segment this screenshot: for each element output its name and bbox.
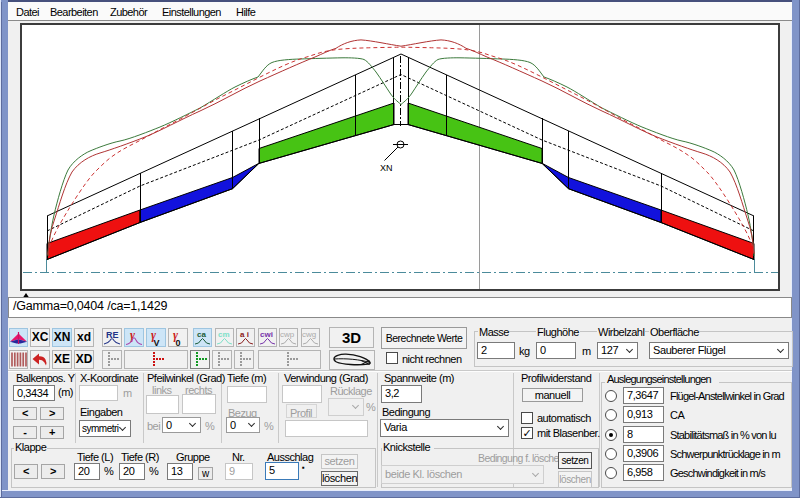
svg-text:cwi: cwi	[260, 330, 273, 339]
svg-text:a i: a i	[240, 330, 249, 339]
svg-text:cwg: cwg	[302, 330, 316, 339]
svg-text:V: V	[154, 338, 160, 347]
svg-text:cm: cm	[218, 330, 230, 339]
svg-text:0: 0	[176, 338, 181, 347]
svg-text:cwp: cwp	[280, 330, 295, 339]
svg-text:ca: ca	[197, 330, 206, 339]
svg-text:XN: XN	[380, 163, 393, 173]
